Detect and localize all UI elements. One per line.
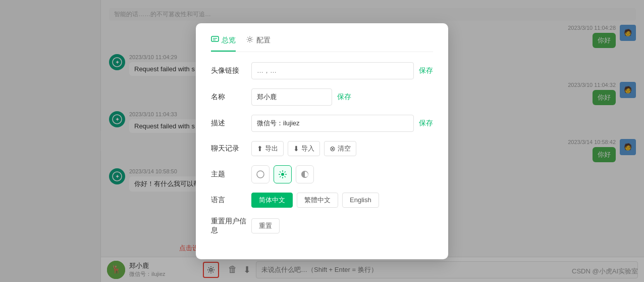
avatar-label: 头像链接 [211, 66, 251, 75]
avatar-input[interactable] [251, 62, 414, 79]
import-icon: ⬇ [293, 145, 299, 153]
desc-label: 描述 [211, 119, 251, 128]
desc-row: 描述 保存 [211, 115, 433, 132]
avatar-control: 保存 [251, 62, 433, 79]
settings-modal: 总览 配置 头像链接 保存 名称 保存 [196, 23, 448, 259]
export-label: 导出 [265, 144, 278, 153]
svg-line-26 [285, 176, 286, 177]
tab-config-label: 配置 [256, 36, 271, 45]
avatar-save-button[interactable]: 保存 [419, 66, 433, 75]
name-label: 名称 [211, 92, 251, 102]
theme-label: 主题 [211, 170, 251, 179]
svg-line-25 [280, 171, 281, 172]
lang-english-button[interactable]: English [342, 193, 379, 208]
language-row: 语言 简体中文 繁體中文 English [211, 193, 433, 208]
theme-auto-button[interactable] [296, 165, 314, 183]
reset-label: 重置用户信息 [211, 217, 251, 235]
tab-config-icon [246, 35, 254, 45]
name-control: 保存 [251, 88, 433, 106]
svg-line-28 [285, 171, 286, 172]
name-input[interactable] [251, 88, 332, 106]
name-row: 名称 保存 [211, 88, 433, 106]
theme-control [251, 165, 433, 183]
reset-button[interactable]: 重置 [251, 218, 280, 233]
svg-point-19 [257, 171, 264, 178]
history-row: 聊天记录 ⬆ 导出 ⬇ 导入 ⊗ 清空 [211, 141, 433, 156]
name-save-button[interactable]: 保存 [337, 92, 351, 102]
theme-row: 主题 [211, 165, 433, 183]
export-button[interactable]: ⬆ 导出 [251, 141, 284, 156]
lang-traditional-chinese-button[interactable]: 繁體中文 [297, 193, 338, 208]
svg-rect-15 [211, 36, 219, 41]
reset-control: 重置 [251, 218, 433, 233]
tab-general-label: 总览 [222, 36, 236, 45]
clear-button[interactable]: ⊗ 清空 [324, 141, 356, 156]
avatar-row: 头像链接 保存 [211, 62, 433, 79]
svg-line-27 [280, 176, 281, 177]
theme-light-button[interactable] [251, 165, 270, 183]
desc-control: 保存 [251, 115, 433, 132]
language-control: 简体中文 繁體中文 English [251, 193, 433, 208]
tab-general[interactable]: 总览 [211, 35, 236, 52]
desc-input[interactable] [251, 115, 414, 132]
desc-save-button[interactable]: 保存 [419, 119, 433, 128]
modal-overlay[interactable]: 总览 配置 头像链接 保存 名称 保存 [0, 0, 644, 282]
modal-tabs: 总览 配置 [211, 35, 433, 52]
import-button[interactable]: ⬇ 导入 [288, 141, 320, 156]
history-label: 聊天记录 [211, 144, 251, 153]
svg-point-18 [249, 38, 251, 40]
lang-simplified-chinese-button[interactable]: 简体中文 [251, 193, 293, 208]
reset-row: 重置用户信息 重置 [211, 217, 433, 235]
history-control: ⬆ 导出 ⬇ 导入 ⊗ 清空 [251, 141, 433, 156]
svg-point-20 [281, 173, 284, 176]
import-label: 导入 [301, 144, 314, 153]
theme-buttons [251, 165, 314, 183]
clear-icon: ⊗ [330, 145, 336, 153]
language-label: 语言 [211, 196, 251, 205]
history-buttons: ⬆ 导出 ⬇ 导入 ⊗ 清空 [251, 141, 356, 156]
tab-config[interactable]: 配置 [246, 35, 271, 52]
clear-label: 清空 [338, 144, 351, 153]
language-buttons: 简体中文 繁體中文 English [251, 193, 379, 208]
tab-general-icon [211, 35, 219, 45]
theme-sun-button[interactable] [274, 165, 292, 183]
export-icon: ⬆ [257, 145, 263, 153]
